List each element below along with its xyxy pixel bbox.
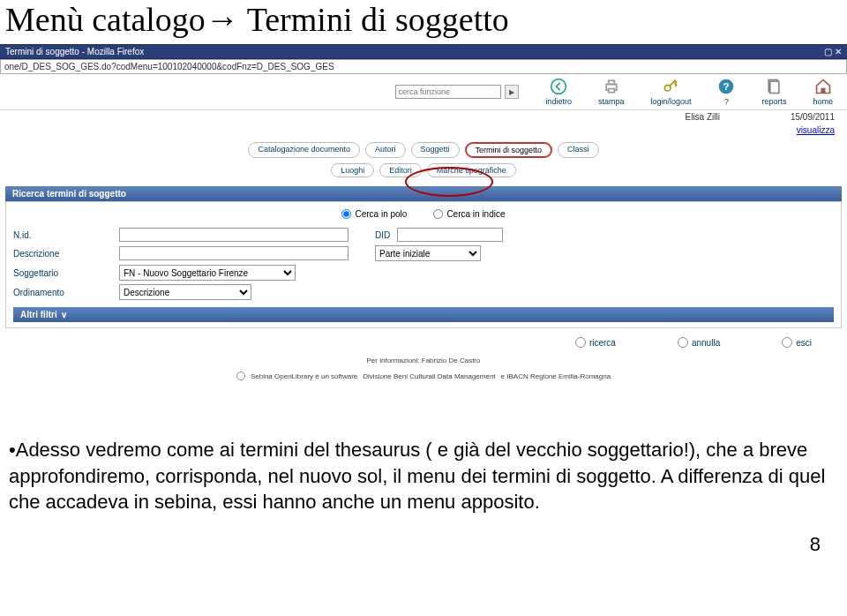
crumb-soggetti[interactable]: Soggetti — [411, 142, 460, 158]
breadcrumb-row1: Catalogazione documento Autori Soggetti … — [0, 137, 847, 163]
lbl-sogg: Soggettario — [13, 268, 119, 278]
reports-button[interactable]: reports — [761, 78, 786, 106]
user-line: Elisa Zilli 15/09/2011 — [0, 109, 847, 124]
credits2: Sebina OpenLibrary è un software Divisio… — [0, 368, 847, 384]
svg-rect-9 — [821, 88, 825, 94]
home-icon — [814, 78, 832, 95]
scope-row: Cerca in polo Cerca in indice — [13, 207, 834, 226]
login-button[interactable]: login/logout — [650, 78, 691, 106]
search-panel: Ricerca termini di soggetto Cerca in pol… — [5, 186, 842, 328]
esci-label: esci — [796, 338, 812, 348]
crumb-autori[interactable]: Autori — [365, 142, 406, 158]
login-label: login/logout — [650, 97, 691, 106]
lbl-did: DID — [375, 230, 390, 240]
did-input[interactable] — [397, 228, 503, 242]
annulla-button[interactable]: annulla — [678, 337, 720, 348]
svg-rect-2 — [608, 80, 614, 84]
reports-label: reports — [761, 97, 786, 106]
altri-filtri-label: Altri filtri — [20, 310, 57, 319]
svg-rect-3 — [608, 89, 614, 93]
crumb-classi[interactable]: Classi — [558, 142, 599, 158]
ordinamento-select[interactable]: Descrizione — [119, 284, 251, 300]
crumb-luoghi[interactable]: Luoghi — [331, 163, 374, 177]
chevron-down-icon: ∨ — [61, 310, 67, 319]
lbl-descr: Descrizione — [13, 249, 119, 259]
session-date: 15/09/2011 — [791, 112, 835, 122]
svg-point-0 — [551, 79, 566, 94]
help-icon: ? — [717, 78, 735, 95]
help-button[interactable]: ? ? — [717, 78, 735, 106]
ricerca-button[interactable]: ricerca — [575, 337, 616, 348]
descr-mode-select[interactable]: Parte iniziale — [375, 245, 481, 261]
credits-c: e IBACN Regione Emilia-Romagna — [501, 372, 611, 380]
caption-text: Adesso vedremo come ai termini del thesa… — [9, 439, 825, 513]
credits: Per informazioni: Fabrizio De Castro — [0, 353, 847, 368]
row-descr: Descrizione Parte iniziale — [13, 244, 834, 263]
crumb-editori[interactable]: Editori — [379, 163, 422, 177]
print-icon — [603, 78, 620, 95]
slide-caption: •Adesso vedremo come ai termini del thes… — [0, 384, 847, 524]
key-icon — [662, 78, 679, 95]
page-number: 8 — [0, 524, 847, 565]
toolbar: indietro stampa login/logout ? ? reports… — [545, 78, 842, 106]
back-button[interactable]: indietro — [545, 78, 572, 106]
search-go-icon[interactable]: ▶ — [505, 85, 519, 99]
screenshot-wrap: Termini di soggetto - Mozilla Firefox ▢ … — [0, 44, 847, 384]
panel-body: Cerca in polo Cerca in indice N.id. DID … — [5, 201, 842, 328]
visualizza-link[interactable]: visualizza — [797, 125, 835, 135]
esci-button[interactable]: esci — [782, 337, 812, 348]
row-sogg: Soggettario FN - Nuovo Soggettario Firen… — [13, 263, 834, 282]
search-function-input[interactable] — [395, 85, 501, 99]
ricerca-label: ricerca — [589, 338, 616, 348]
descr-input[interactable] — [119, 246, 349, 260]
esci-icon — [782, 337, 792, 348]
soggettario-select[interactable]: FN - Nuovo Soggettario Firenze — [119, 265, 296, 281]
breadcrumb-row2: Luoghi Editori Marche tipografiche — [0, 163, 847, 183]
nid-input[interactable] — [119, 228, 349, 242]
lbl-nid: N.id. — [13, 230, 119, 240]
action-row: ricerca annulla esci — [0, 332, 847, 353]
browser-titlebar: Termini di soggetto - Mozilla Firefox ▢ … — [0, 44, 847, 59]
credits-line1: Per informazioni: Fabrizio De Castro — [367, 357, 481, 364]
radio-indice[interactable] — [433, 209, 443, 219]
print-button[interactable]: stampa — [598, 78, 625, 106]
lbl-ord: Ordinamento — [13, 288, 119, 297]
reports-icon — [765, 78, 783, 95]
annulla-label: annulla — [692, 338, 720, 348]
app-bar: ▶ indietro stampa login/logout ? ? rep — [0, 74, 847, 109]
visualizza-row: visualizza — [0, 124, 847, 137]
credits-a: Sebina OpenLibrary è un software — [251, 372, 357, 380]
crumb-termini[interactable]: Termini di soggetto — [465, 142, 553, 158]
home-label: home — [813, 97, 833, 106]
browser-tab-title: Termini di soggetto - Mozilla Firefox — [5, 47, 144, 56]
annulla-icon — [678, 337, 688, 348]
scope-indice[interactable]: Cerca in indice — [433, 209, 505, 219]
row-nid: N.id. DID — [13, 226, 834, 244]
print-label: stampa — [598, 97, 625, 106]
scope-polo[interactable]: Cerca in polo — [341, 209, 407, 219]
scope-polo-label: Cerca in polo — [355, 209, 407, 219]
user-name: Elisa Zilli — [685, 112, 719, 122]
home-button[interactable]: home — [813, 78, 833, 106]
ricerca-icon — [575, 337, 586, 348]
crumb-catalogazione[interactable]: Catalogazione documento — [248, 142, 360, 158]
panel-title: Ricerca termini di soggetto — [5, 186, 842, 201]
back-icon — [550, 78, 567, 95]
bullet-icon: • — [9, 439, 16, 461]
crumb-marche[interactable]: Marche tipografiche — [427, 163, 516, 177]
globe-icon — [236, 372, 245, 380]
radio-polo[interactable] — [341, 209, 351, 219]
svg-point-4 — [665, 85, 671, 91]
svg-rect-8 — [770, 81, 779, 93]
browser-address[interactable]: one/D_DES_SOG_GES.do?codMenu=10010204000… — [0, 59, 847, 74]
altri-filtri-bar[interactable]: Altri filtri∨ — [13, 307, 834, 322]
back-label: indietro — [545, 97, 572, 106]
svg-text:?: ? — [723, 80, 730, 92]
slide-title: Menù catalogo→ Termini di soggetto — [0, 0, 847, 44]
credits-b: Divisione Beni Culturali Data Management — [363, 372, 495, 380]
help-label: ? — [724, 97, 729, 106]
func-search-wrap: ▶ — [395, 85, 519, 99]
window-controls: ▢ ✕ — [824, 47, 842, 56]
scope-indice-label: Cerca in indice — [446, 209, 505, 219]
row-ord: Ordinamento Descrizione — [13, 282, 834, 302]
